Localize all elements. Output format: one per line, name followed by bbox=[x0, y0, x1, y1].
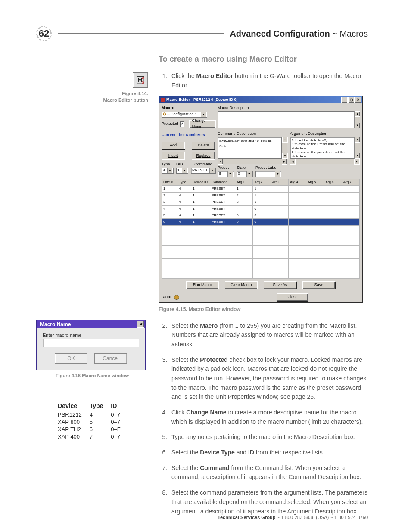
grid-header: Arg 6 bbox=[324, 179, 342, 186]
cancel-button[interactable]: Cancel bbox=[94, 353, 127, 364]
table-row[interactable] bbox=[162, 245, 360, 252]
command-label: Command bbox=[191, 162, 216, 168]
state-select[interactable]: 0▼ bbox=[237, 171, 253, 177]
arg-desc-label: Argument Description bbox=[290, 131, 360, 137]
macro-name-input[interactable] bbox=[43, 339, 139, 347]
data-label: Data: bbox=[162, 294, 171, 300]
figure-4-16-caption: Figure 4.16 Macro Name window bbox=[36, 373, 148, 379]
current-line-label: Current Line Number: 6 bbox=[162, 132, 216, 138]
close-button[interactable]: Close bbox=[277, 293, 308, 301]
macro-editor-toolbar-button[interactable] bbox=[133, 72, 148, 88]
svg-point-1 bbox=[142, 77, 143, 78]
change-name-button[interactable]: Change Name bbox=[189, 120, 216, 128]
replace-button[interactable]: Replace bbox=[192, 152, 215, 160]
macro-select[interactable]: ✪ 8 Configuration 1 ▼ bbox=[162, 112, 207, 118]
macro-name-titlebar: Macro Name ✕ bbox=[37, 320, 145, 328]
macro-desc-box[interactable] bbox=[218, 111, 354, 128]
run-macro-button[interactable]: Run Macro bbox=[186, 281, 219, 289]
state-label: State bbox=[237, 165, 253, 171]
grid-header: Arg 4 bbox=[288, 179, 306, 186]
scroll-up-icon[interactable]: ▲ bbox=[355, 111, 360, 117]
macro-name-dialog: Macro Name ✕ Enter macro name OK Cancel bbox=[36, 320, 146, 370]
protected-checkbox[interactable]: ✔ bbox=[180, 121, 184, 127]
side-column: Figure 4.14. Macro Editor button Macro N… bbox=[36, 53, 148, 440]
save-button[interactable]: Save bbox=[302, 281, 335, 289]
page-header: 62 Advanced Configuration ~ Macros bbox=[36, 26, 368, 41]
step-8: Select the command parameters from the a… bbox=[169, 488, 368, 516]
step-1: Click the Macro Editor button in the G-W… bbox=[169, 72, 368, 90]
table-row: PSR121240–7 bbox=[58, 411, 128, 418]
footer-rest: ~ 1-800-283-5936 (USA) ~ 1-801-974-3760 bbox=[275, 515, 368, 520]
table-row[interactable]: 541PRESET50 bbox=[162, 212, 360, 219]
scroll-down-icon[interactable]: ▼ bbox=[355, 123, 360, 128]
grid-header: Arg 3 bbox=[271, 179, 288, 186]
figure-4-14-caption: Figure 4.14. Macro Editor button bbox=[36, 90, 148, 104]
device-type-table: Device Type ID PSR121240–7XAP 80050–7XAP… bbox=[58, 401, 128, 440]
maximize-icon[interactable]: ▢ bbox=[348, 97, 355, 103]
cmd-desc-label: Command Description bbox=[218, 131, 287, 137]
devtbl-header-device: Device bbox=[58, 401, 90, 411]
grid-header: Arg 7 bbox=[342, 179, 359, 186]
scroll-left-icon[interactable]: ◀ bbox=[218, 159, 223, 165]
step-5: Type any notes pertaining to the macro i… bbox=[169, 432, 368, 442]
header-title-section: Macros bbox=[339, 29, 368, 38]
svg-point-2 bbox=[142, 81, 143, 83]
grid-header: Type bbox=[177, 179, 191, 186]
ok-button[interactable]: OK bbox=[55, 353, 87, 364]
data-indicator-icon bbox=[174, 295, 179, 300]
scroll-right-icon[interactable]: ▶ bbox=[282, 159, 287, 165]
grid-header: Arg 5 bbox=[306, 179, 324, 186]
preset-label-select[interactable]: ▼ bbox=[255, 171, 281, 177]
grid-header: Arg 2 bbox=[253, 179, 271, 186]
main-column: To create a macro using Macro Editor Cli… bbox=[159, 53, 368, 522]
close-icon[interactable]: ✕ bbox=[355, 97, 361, 103]
table-row[interactable] bbox=[162, 258, 360, 265]
minimize-icon[interactable]: _ bbox=[341, 97, 348, 103]
grid-header: Command bbox=[210, 179, 235, 186]
close-icon[interactable]: ✕ bbox=[137, 321, 144, 328]
grid-header: Arg 1 bbox=[235, 179, 253, 186]
page-footer: Technical Services Group ~ 1-800-283-593… bbox=[218, 515, 368, 520]
preset-select[interactable]: 6▼ bbox=[218, 171, 234, 177]
devtbl-header-type: Type bbox=[90, 401, 111, 411]
page-number-badge: 62 bbox=[36, 26, 52, 41]
header-rule bbox=[58, 33, 224, 34]
command-select[interactable]: PRESET▼ bbox=[191, 168, 216, 174]
table-row[interactable] bbox=[162, 252, 360, 258]
did-select[interactable]: 1▼ bbox=[176, 168, 188, 174]
header-title: Advanced Configuration ~ Macros bbox=[230, 29, 368, 39]
cmd-desc-box: Executes a Preset and / or sets its Stat… bbox=[218, 137, 282, 159]
table-row[interactable] bbox=[162, 265, 360, 272]
table-row[interactable]: 441PRESET40 bbox=[162, 205, 360, 212]
table-row[interactable]: 141PRESET11 bbox=[162, 186, 360, 192]
table-row[interactable]: 241PRESET21 bbox=[162, 192, 360, 199]
table-row[interactable] bbox=[162, 272, 360, 278]
step-3: Select the Protected check box to lock y… bbox=[169, 355, 368, 402]
macro-editor-icon bbox=[136, 75, 145, 85]
clear-macro-button[interactable]: Clear Macro bbox=[225, 281, 258, 289]
insert-button[interactable]: Insert bbox=[162, 152, 185, 160]
table-row[interactable] bbox=[162, 239, 360, 245]
type-select[interactable]: 4▼ bbox=[162, 168, 174, 174]
macro-lines-table[interactable]: Line #TypeDevice IDCommandArg 1Arg 2Arg … bbox=[162, 179, 360, 279]
preset-label-label: Preset Label bbox=[255, 165, 281, 171]
delete-button[interactable]: Delete bbox=[192, 142, 215, 149]
table-row[interactable]: 641PRESET60 bbox=[162, 219, 360, 225]
table-row[interactable] bbox=[162, 225, 360, 232]
table-row[interactable]: 341PRESET31 bbox=[162, 199, 360, 205]
macro-editor-title: Macro Editor - PSR1212 0 (Device ID 0) bbox=[166, 97, 238, 103]
grid-header: Device ID bbox=[191, 179, 210, 186]
table-row: XAP TH260–F bbox=[58, 426, 128, 433]
preset-label: Preset bbox=[218, 165, 234, 171]
table-row[interactable] bbox=[162, 232, 360, 239]
protected-label: Protected bbox=[162, 121, 178, 127]
macro-desc-label: Macro Description: bbox=[218, 105, 360, 111]
macro-name-title: Macro Name bbox=[40, 321, 71, 327]
page-number: 62 bbox=[36, 26, 52, 41]
step-2: Select the Macro (from 1 to 255) you are… bbox=[169, 321, 368, 349]
status-bar: Data: Close bbox=[159, 292, 362, 302]
header-title-strong: Advanced Configuration bbox=[230, 29, 330, 38]
add-button[interactable]: Add bbox=[162, 142, 185, 149]
save-as-button[interactable]: Save As bbox=[264, 281, 296, 289]
macro-name-label: Enter macro name bbox=[43, 333, 139, 338]
